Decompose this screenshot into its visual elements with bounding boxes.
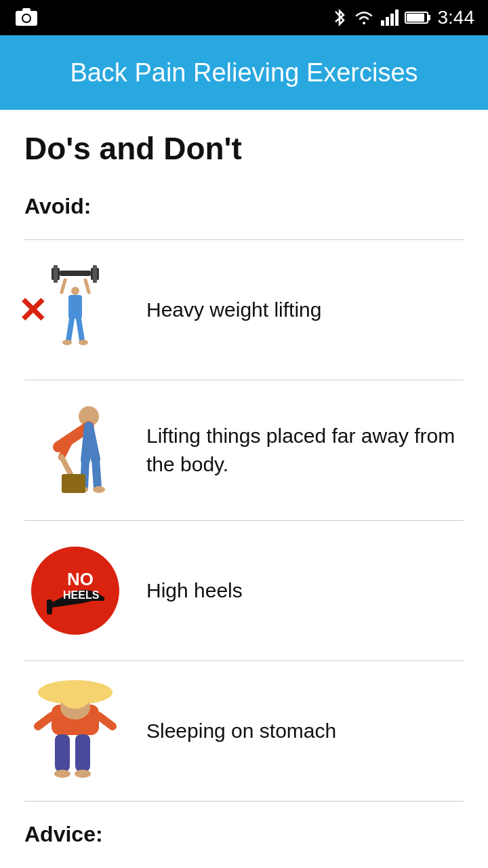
svg-rect-15 (93, 265, 97, 283)
advice-label: Advice: (24, 822, 464, 847)
svg-rect-12 (54, 265, 58, 283)
avoid-label: Avoid: (24, 194, 464, 219)
list-item: NO HEELS High heels (24, 521, 464, 660)
item-text-high-heels: High heels (146, 576, 464, 605)
svg-line-17 (85, 280, 89, 292)
svg-point-2 (23, 15, 30, 22)
svg-line-20 (68, 319, 72, 340)
app-bar-title: Back Pain Relieving Exercises (70, 58, 418, 87)
svg-rect-3 (22, 8, 30, 12)
svg-line-47 (38, 716, 52, 726)
svg-rect-6 (390, 14, 394, 26)
page-title: Do's and Don't (24, 130, 464, 167)
svg-point-18 (71, 287, 79, 295)
svg-line-21 (79, 319, 82, 340)
svg-line-27 (62, 457, 70, 474)
svg-rect-43 (55, 734, 70, 772)
weightlift-icon: ✕ (24, 259, 126, 361)
svg-rect-9 (407, 14, 424, 22)
svg-point-42 (60, 687, 90, 709)
list-item: ✕ (24, 240, 464, 380)
svg-rect-5 (386, 17, 389, 26)
item-text-heavy-weight: Heavy weight lifting (146, 296, 464, 324)
status-icons: 3:44 (332, 7, 475, 28)
svg-rect-44 (75, 734, 90, 772)
svg-line-31 (96, 459, 98, 488)
svg-rect-7 (395, 9, 399, 26)
svg-rect-4 (381, 20, 384, 26)
photo-icon (14, 5, 39, 31)
svg-rect-34 (62, 474, 85, 493)
svg-line-16 (62, 280, 65, 292)
divider-4 (24, 801, 464, 802)
svg-point-45 (54, 770, 70, 778)
svg-point-33 (93, 486, 105, 493)
svg-text:HEELS: HEELS (63, 589, 100, 601)
app-bar: Back Pain Relieving Exercises (0, 35, 488, 110)
avoid-section: Avoid: ✕ (24, 194, 464, 802)
svg-rect-36 (47, 599, 52, 614)
svg-rect-19 (68, 295, 82, 319)
svg-point-46 (75, 770, 91, 778)
time-display: 3:44 (438, 7, 475, 28)
status-bar: 3:44 (0, 0, 488, 35)
svg-line-30 (89, 427, 96, 459)
list-item: Sleeping on stomach (24, 661, 464, 801)
x-mark: ✕ (18, 293, 47, 328)
bending-icon (24, 399, 126, 501)
svg-rect-10 (428, 15, 430, 20)
item-text-stomach-sleep: Sleeping on stomach (146, 717, 464, 745)
sleep-icon (24, 680, 126, 782)
main-content: Do's and Don't Avoid: ✕ (0, 110, 488, 868)
heels-icon: NO HEELS (24, 540, 126, 642)
list-item: Lifting things placed far away from the … (24, 380, 464, 520)
svg-rect-13 (60, 271, 91, 276)
svg-point-22 (62, 340, 72, 345)
item-text-far-lift: Lifting things placed far away from the … (146, 422, 464, 479)
svg-text:NO: NO (67, 569, 94, 589)
svg-point-23 (79, 340, 88, 345)
svg-line-48 (99, 716, 113, 726)
